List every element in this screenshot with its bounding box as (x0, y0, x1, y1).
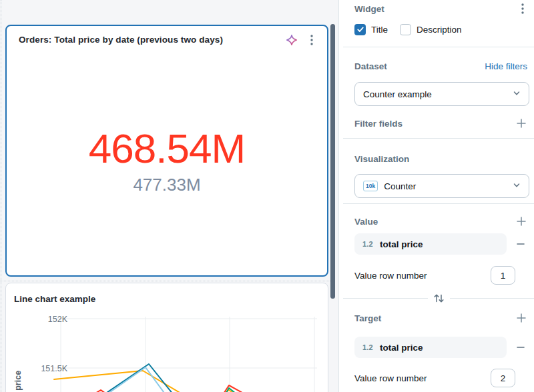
divider (343, 203, 534, 204)
canvas-scrollbar-thumb[interactable] (330, 24, 335, 299)
counter-widget-card[interactable]: Orders: Total price by date (previous tw… (5, 25, 328, 277)
title-checkbox-label: Title (371, 25, 388, 35)
visualization-select[interactable]: 10k Counter (354, 174, 529, 198)
counter-value: 468.54M (7, 127, 327, 169)
counter-target-value: 477.33M (7, 175, 327, 195)
remove-value-field-minus-icon[interactable] (515, 239, 526, 249)
swap-value-target-icon[interactable] (428, 293, 450, 303)
value-section-label: Value (354, 217, 378, 227)
y-axis-title: Average price (13, 371, 23, 392)
counter-widget-title: Orders: Total price by date (previous tw… (19, 35, 223, 45)
widget-kebab-menu-icon[interactable] (306, 34, 318, 46)
filter-fields-label: Filter fields (354, 119, 403, 129)
numeric-type-icon: 1.2 (362, 240, 373, 248)
counter-viz-icon: 10k (363, 181, 378, 192)
hide-filters-link[interactable]: Hide filters (485, 61, 527, 71)
value-field-name: total price (380, 239, 423, 249)
y-axis-tick-label: 151.5K (41, 364, 67, 373)
value-field-pill[interactable]: 1.2 total price (354, 233, 507, 255)
panel-kebab-menu-icon[interactable] (518, 3, 527, 15)
dataset-select[interactable]: Counter example (354, 82, 529, 106)
line-chart-widget-card[interactable]: Line chart example 152K151.5KAverage pri… (5, 283, 328, 392)
panel-title: Widget (354, 4, 384, 14)
chevron-down-icon (513, 89, 521, 99)
add-value-field-plus-icon[interactable] (515, 215, 527, 227)
assistant-sparkle-icon[interactable] (286, 34, 298, 46)
line-chart-svg: 152K151.5KAverage price (6, 283, 328, 392)
target-section-label: Target (354, 313, 381, 323)
visualization-select-value: Counter (384, 181, 416, 191)
title-checkbox[interactable] (354, 24, 366, 35)
description-checkbox-label: Description (417, 25, 462, 35)
value-row-number-input[interactable] (491, 266, 515, 285)
dataset-label: Dataset (354, 61, 387, 71)
grid-guide-horizontal (0, 281, 332, 281)
chevron-down-icon (513, 181, 521, 191)
target-field-name: total price (380, 343, 423, 353)
numeric-type-icon: 1.2 (362, 343, 373, 351)
divider (343, 138, 534, 139)
dashboard-canvas: Orders: Total price by date (previous tw… (0, 0, 338, 392)
dataset-select-value: Counter example (363, 89, 432, 99)
description-checkbox[interactable] (400, 24, 411, 35)
divider (450, 298, 534, 299)
target-row-number-input[interactable] (491, 369, 515, 387)
target-row-number-label: Value row number (354, 373, 427, 383)
y-axis-tick-label: 152K (48, 315, 68, 324)
divider (343, 47, 534, 47)
visualization-label: Visualization (354, 154, 409, 164)
add-filter-field-plus-icon[interactable] (515, 117, 527, 129)
widget-config-panel: Widget Title Description Dataset Hide fi… (338, 0, 534, 392)
target-field-pill[interactable]: 1.2 total price (354, 337, 507, 358)
divider (343, 298, 428, 299)
value-row-number-label: Value row number (354, 271, 427, 281)
series-amber (54, 371, 254, 392)
remove-target-field-minus-icon[interactable] (515, 342, 526, 353)
grid-guide-left (1, 0, 1, 392)
add-target-field-plus-icon[interactable] (515, 312, 527, 324)
check-icon (356, 25, 364, 33)
